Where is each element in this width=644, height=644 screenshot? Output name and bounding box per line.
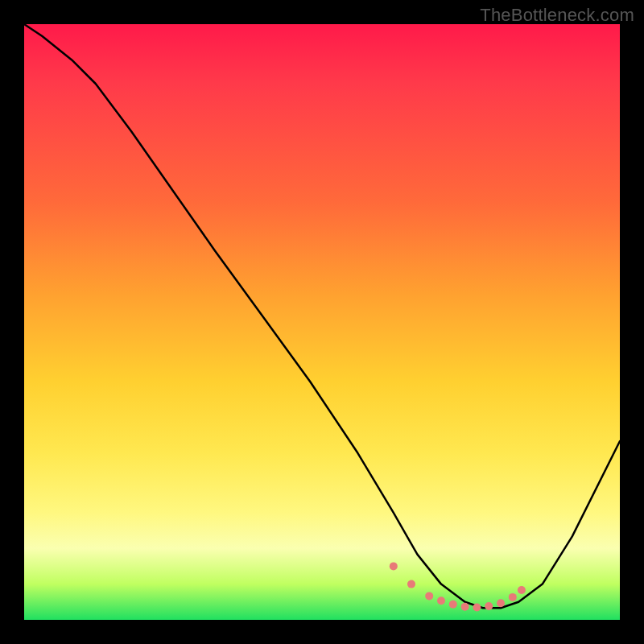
trough-marker xyxy=(518,586,526,594)
chart-plot-area xyxy=(24,24,620,620)
trough-marker xyxy=(461,603,469,611)
trough-marker xyxy=(437,597,445,605)
trough-marker xyxy=(407,580,415,588)
trough-marker xyxy=(390,562,398,570)
bottleneck-curve xyxy=(24,24,620,608)
trough-marker xyxy=(497,599,505,607)
chart-svg xyxy=(24,24,620,620)
trough-marker xyxy=(425,592,433,600)
trough-marker xyxy=(509,593,517,601)
trough-marker xyxy=(449,601,457,609)
watermark-text: TheBottleneck.com xyxy=(480,5,634,26)
trough-marker-group xyxy=(390,562,526,611)
trough-marker xyxy=(485,602,493,610)
trough-marker xyxy=(473,604,481,612)
